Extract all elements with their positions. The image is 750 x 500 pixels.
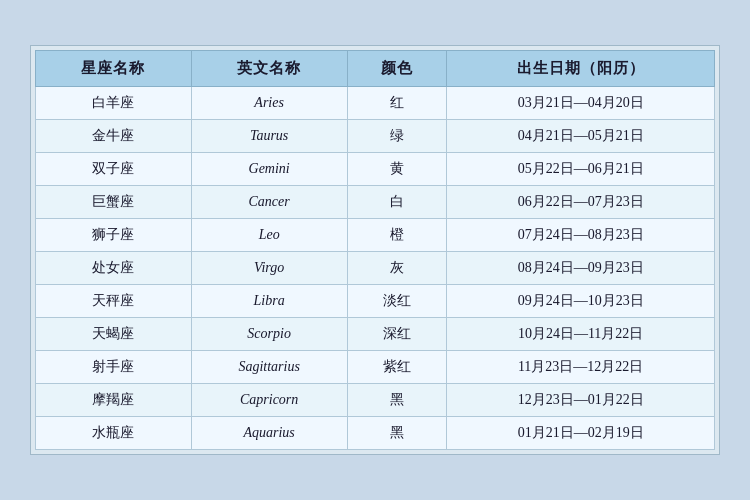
cell-row5-col3: 08月24日—09月23日 [447,252,715,285]
cell-row9-col3: 12月23日—01月22日 [447,384,715,417]
cell-row4-col2: 橙 [347,219,447,252]
cell-row8-col2: 紫红 [347,351,447,384]
cell-row4-col1: Leo [191,219,347,252]
table-row: 金牛座Taurus绿04月21日—05月21日 [36,120,715,153]
cell-row2-col2: 黄 [347,153,447,186]
cell-row3-col2: 白 [347,186,447,219]
header-col-2: 颜色 [347,51,447,87]
cell-row6-col3: 09月24日—10月23日 [447,285,715,318]
table-row: 天蝎座Scorpio深红10月24日—11月22日 [36,318,715,351]
cell-row7-col1: Scorpio [191,318,347,351]
cell-row1-col3: 04月21日—05月21日 [447,120,715,153]
table-row: 天秤座Libra淡红09月24日—10月23日 [36,285,715,318]
table-row: 水瓶座Aquarius黑01月21日—02月19日 [36,417,715,450]
header-col-0: 星座名称 [36,51,192,87]
cell-row4-col3: 07月24日—08月23日 [447,219,715,252]
cell-row8-col0: 射手座 [36,351,192,384]
cell-row8-col3: 11月23日—12月22日 [447,351,715,384]
cell-row6-col0: 天秤座 [36,285,192,318]
cell-row0-col2: 红 [347,87,447,120]
table-row: 狮子座Leo橙07月24日—08月23日 [36,219,715,252]
cell-row7-col2: 深红 [347,318,447,351]
cell-row0-col3: 03月21日—04月20日 [447,87,715,120]
table-row: 双子座Gemini黄05月22日—06月21日 [36,153,715,186]
cell-row7-col3: 10月24日—11月22日 [447,318,715,351]
table-header-row: 星座名称英文名称颜色出生日期（阳历） [36,51,715,87]
cell-row9-col2: 黑 [347,384,447,417]
cell-row0-col0: 白羊座 [36,87,192,120]
cell-row10-col0: 水瓶座 [36,417,192,450]
header-col-1: 英文名称 [191,51,347,87]
cell-row3-col0: 巨蟹座 [36,186,192,219]
cell-row7-col0: 天蝎座 [36,318,192,351]
cell-row6-col1: Libra [191,285,347,318]
cell-row5-col1: Virgo [191,252,347,285]
cell-row9-col1: Capricorn [191,384,347,417]
cell-row1-col2: 绿 [347,120,447,153]
cell-row10-col2: 黑 [347,417,447,450]
cell-row1-col0: 金牛座 [36,120,192,153]
table-row: 处女座Virgo灰08月24日—09月23日 [36,252,715,285]
cell-row8-col1: Sagittarius [191,351,347,384]
table-row: 摩羯座Capricorn黑12月23日—01月22日 [36,384,715,417]
zodiac-table: 星座名称英文名称颜色出生日期（阳历） 白羊座Aries红03月21日—04月20… [35,50,715,450]
cell-row2-col3: 05月22日—06月21日 [447,153,715,186]
cell-row5-col0: 处女座 [36,252,192,285]
cell-row10-col1: Aquarius [191,417,347,450]
cell-row10-col3: 01月21日—02月19日 [447,417,715,450]
cell-row6-col2: 淡红 [347,285,447,318]
cell-row1-col1: Taurus [191,120,347,153]
cell-row5-col2: 灰 [347,252,447,285]
table-body: 白羊座Aries红03月21日—04月20日金牛座Taurus绿04月21日—0… [36,87,715,450]
cell-row3-col1: Cancer [191,186,347,219]
zodiac-table-container: 星座名称英文名称颜色出生日期（阳历） 白羊座Aries红03月21日—04月20… [30,45,720,455]
cell-row4-col0: 狮子座 [36,219,192,252]
cell-row0-col1: Aries [191,87,347,120]
cell-row3-col3: 06月22日—07月23日 [447,186,715,219]
table-row: 白羊座Aries红03月21日—04月20日 [36,87,715,120]
table-row: 射手座Sagittarius紫红11月23日—12月22日 [36,351,715,384]
cell-row2-col0: 双子座 [36,153,192,186]
header-col-3: 出生日期（阳历） [447,51,715,87]
cell-row9-col0: 摩羯座 [36,384,192,417]
cell-row2-col1: Gemini [191,153,347,186]
table-row: 巨蟹座Cancer白06月22日—07月23日 [36,186,715,219]
